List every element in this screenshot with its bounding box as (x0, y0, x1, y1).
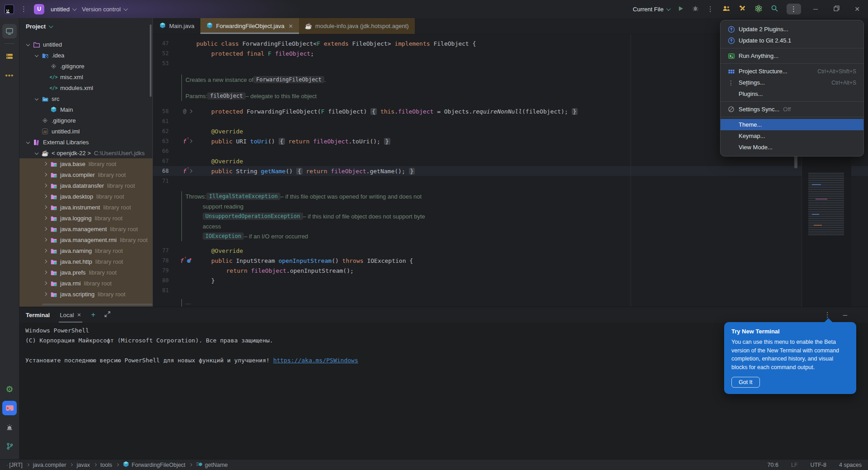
tree-item-java-rmi[interactable]: java.rmilibrary root (19, 278, 152, 289)
vcs-widget[interactable]: Version control (82, 6, 127, 13)
tree-item-untitled-iml[interactable]: JI untitled.iml (19, 126, 152, 137)
project-tool-button[interactable] (2, 24, 17, 38)
tree-expand-icon[interactable] (41, 217, 49, 219)
terminal-link[interactable]: https://aka.ms/PSWindows (273, 357, 358, 364)
tree-expand-icon[interactable] (41, 260, 49, 263)
terminal-options-icon[interactable]: ⋮ (824, 311, 831, 319)
tree-item-gitignore[interactable]: .gitignore (19, 61, 152, 71)
breadcrumb-javax[interactable]: javax (76, 462, 90, 468)
line-number[interactable]: 58 (153, 108, 169, 114)
overriding-method-icon[interactable]: f↑ (183, 138, 186, 145)
tree-item-modules-xml[interactable]: </> modules.xml (19, 82, 152, 93)
close-button[interactable]: ✕ (851, 5, 863, 13)
close-icon[interactable]: ✕ (289, 23, 293, 29)
breadcrumb-java-compiler[interactable]: java.compiler (33, 462, 66, 468)
hide-terminal-icon[interactable]: ─ (843, 312, 847, 318)
status-4-spaces[interactable]: 4 spaces (839, 462, 862, 468)
editor-tab-main-java[interactable]: Main.java (153, 18, 200, 34)
line-number[interactable]: 53 (153, 60, 169, 66)
line-number[interactable]: 47 (153, 40, 169, 47)
minimize-button[interactable]: ─ (809, 5, 822, 13)
search-everywhere-icon[interactable] (771, 5, 778, 14)
atom-plugin-icon[interactable] (754, 5, 763, 14)
tree-expand-icon[interactable] (33, 97, 41, 100)
line-number[interactable]: 62 (153, 128, 169, 134)
implementing-marker-icon[interactable] (186, 258, 192, 263)
structure-tool-button[interactable] (2, 49, 17, 63)
breadcrumb-jrt[interactable]: [JRT] (9, 462, 23, 468)
line-number[interactable]: 66 (153, 148, 169, 154)
fold-arrow-icon[interactable] (189, 169, 192, 173)
tree-item-java-datatransfer[interactable]: java.datatransferlibrary root (19, 180, 152, 191)
menu-item-keymap[interactable]: Keymap... (721, 130, 863, 142)
tree-expand-icon[interactable] (41, 195, 49, 198)
terminal-tab-local[interactable]: Local ✕ (59, 307, 82, 323)
more-actions-icon[interactable]: ⋮ (787, 4, 801, 14)
annotation-gutter-icon[interactable]: @ (183, 108, 186, 114)
new-terminal-icon[interactable]: + (91, 311, 95, 319)
menu-item-settings[interactable]: ⋮ Settings... Ctrl+Alt+S (721, 77, 863, 88)
status-lf[interactable]: LF (791, 462, 798, 468)
project-avatar[interactable]: U (34, 4, 44, 14)
expand-terminal-icon[interactable] (104, 311, 110, 318)
tree-item-java-net-http[interactable]: java.net.httplibrary root (19, 256, 152, 267)
overriding-method-icon[interactable]: f↑ (183, 168, 186, 175)
main-menu-icon[interactable]: ⋮ (20, 5, 28, 13)
tree-expand-icon[interactable] (41, 249, 49, 252)
breadcrumb-tools[interactable]: tools (100, 462, 112, 468)
users-plugin-icon[interactable] (722, 5, 730, 14)
tree-expand-icon[interactable] (41, 173, 49, 176)
menu-item-settings-sync[interactable]: Settings Sync... Off (721, 104, 863, 115)
menu-item-view-mode[interactable]: View Mode... (721, 142, 863, 153)
problems-tool-button[interactable] (2, 420, 17, 434)
tree-expand-icon[interactable] (24, 141, 32, 143)
tree-expand-icon[interactable] (41, 293, 49, 295)
menu-item-update-to-git-2-45-1[interactable]: Update to Git 2.45.1 (721, 35, 863, 46)
tree-item-main[interactable]: Main (19, 104, 152, 115)
tree-item-idea[interactable]: .idea (19, 50, 152, 61)
tree-expand-icon[interactable] (33, 54, 41, 57)
tree-item-java-instrument[interactable]: java.instrumentlibrary root (19, 202, 152, 213)
tree-item-java-scripting[interactable]: java.scriptinglibrary root (19, 289, 152, 299)
tree-expand-icon[interactable] (33, 152, 41, 154)
editor-tab-module-info-java-jdk-hotspot-agent[interactable]: ☕ module-info.java (jdk.hotspot.agent) (299, 18, 415, 34)
tree-item-untitled[interactable]: untitled (19, 39, 152, 50)
menu-item-theme[interactable]: Theme... (721, 119, 863, 130)
run-button[interactable] (678, 5, 684, 13)
menu-item-run-anything[interactable]: Run Anything... (721, 50, 863, 62)
tree-item-java-management-rmi[interactable]: java.management.rmilibrary root (19, 234, 152, 245)
line-number[interactable]: 78 (153, 257, 169, 264)
project-widget[interactable]: untitled (51, 6, 76, 13)
status-70-6[interactable]: 70:6 (768, 462, 778, 468)
editor-tab-forwardingfileobject-java[interactable]: ForwardingFileObject.java ✕ (200, 18, 299, 34)
run-more-icon[interactable]: ⋮ (707, 5, 714, 13)
tree-expand-icon[interactable] (41, 282, 49, 285)
tools-plugin-icon[interactable] (739, 5, 746, 14)
tree-item-src[interactable]: src (19, 93, 152, 104)
overriding-method-icon[interactable]: f↑ (180, 257, 184, 264)
app-logo-icon[interactable]: U (5, 5, 14, 14)
fold-arrow-icon[interactable] (189, 109, 192, 113)
tree-expand-icon[interactable] (24, 43, 32, 46)
project-vertical-scrollbar[interactable] (150, 24, 152, 97)
line-number[interactable]: 81 (153, 287, 169, 294)
terminal-tool-button[interactable]: >_ (2, 401, 17, 415)
tree-item-java-naming[interactable]: java.naminglibrary root (19, 245, 152, 256)
menu-item-project-structure[interactable]: Project Structure... Ctrl+Alt+Shift+S (721, 66, 863, 77)
tree-item-openjdk-22[interactable]: ☕ < openjdk-22 >C:\Users\User\.jdks (19, 147, 152, 158)
line-number[interactable]: 80 (153, 277, 169, 284)
tree-expand-icon[interactable] (41, 271, 49, 274)
line-number[interactable]: 71 (153, 178, 169, 184)
line-number[interactable]: 67 (153, 158, 169, 164)
restore-button[interactable] (830, 5, 843, 13)
line-number[interactable]: 63 (153, 138, 169, 144)
close-icon[interactable]: ✕ (77, 312, 81, 318)
tree-item-java-logging[interactable]: java.logginglibrary root (19, 213, 152, 223)
run-configuration-widget[interactable]: Current File (633, 6, 669, 13)
tree-item-java-management[interactable]: java.managementlibrary root (19, 223, 152, 234)
tree-item-java-compiler[interactable]: java.compilerlibrary root (19, 169, 152, 180)
line-number[interactable]: 52 (153, 50, 169, 57)
got-it-button[interactable]: Got It (731, 377, 760, 388)
line-number[interactable]: 77 (153, 247, 169, 254)
tree-item-java-desktop[interactable]: java.desktoplibrary root (19, 191, 152, 202)
